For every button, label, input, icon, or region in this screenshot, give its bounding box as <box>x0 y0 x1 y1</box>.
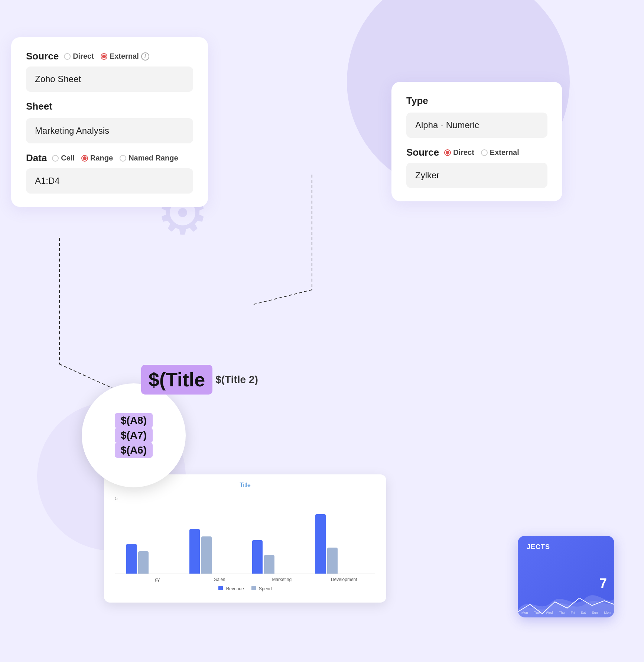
title-formula-small: $(Title 2) <box>215 374 258 386</box>
sheet-value-text: Marketing Analysis <box>35 126 109 136</box>
source-card: Source Direct External i Zoho Sheet Shee… <box>11 37 208 207</box>
source-external-radio[interactable]: External i <box>101 52 149 61</box>
wave-day-6: Sun <box>592 611 598 614</box>
type-direct-label: Direct <box>453 148 474 157</box>
type-external-radio[interactable]: External <box>481 148 519 157</box>
chart-group-3 <box>315 514 375 574</box>
source-external-radio-circle <box>101 53 107 60</box>
chart-area: 5 <box>115 492 375 574</box>
formula-zoom-bubble: $(A8) $(A7) $(A6) <box>82 383 186 487</box>
legend-revenue-text: Revenue <box>226 586 244 591</box>
legend-spend-dot <box>251 586 256 590</box>
type-source-value: Zylker <box>406 163 547 188</box>
formula-item-2: $(A6) <box>115 443 153 458</box>
chart-y-label: 5 <box>115 496 118 501</box>
chart-label-0: gy <box>126 577 189 582</box>
wave-day-5: Sat <box>581 611 586 614</box>
legend-revenue: Revenue <box>218 586 244 591</box>
type-label: Type <box>406 95 547 107</box>
chart-label-2: Marketing <box>251 577 313 582</box>
source-external-label: External <box>110 52 139 61</box>
data-named-range-label: Named Range <box>129 154 178 162</box>
projects-title: JECTS <box>527 543 605 551</box>
chart-title: Title <box>240 482 251 489</box>
data-label-text: Data <box>26 152 47 164</box>
bar-revenue-1 <box>189 529 200 574</box>
source-direct-radio-circle <box>64 53 71 60</box>
info-icon[interactable]: i <box>141 52 149 61</box>
data-value: A1:D4 <box>26 168 193 194</box>
bar-spend-2 <box>264 555 274 574</box>
wave-day-2: Wed <box>546 611 553 614</box>
type-value: Alpha - Numeric <box>406 113 547 138</box>
data-cell-radio-circle <box>52 155 59 162</box>
legend-revenue-dot <box>218 586 223 590</box>
svg-line-3 <box>253 290 312 305</box>
formula-item-0: $(A8) <box>115 413 153 428</box>
bar-spend-3 <box>327 548 338 574</box>
data-named-range-radio[interactable]: Named Range <box>120 154 178 162</box>
source-label-text: Source <box>26 51 59 62</box>
type-source-label-text: Source <box>406 147 439 158</box>
source-field-label: Source Direct External i <box>26 51 193 62</box>
data-radio-group: Cell Range Named Range <box>52 154 178 162</box>
chart-container: Title 5 gy Sales Marketing Development <box>104 474 386 603</box>
wave-day-3: Thu <box>559 611 565 614</box>
type-value-text: Alpha - Numeric <box>415 120 479 130</box>
wave-day-7: Mon <box>604 611 611 614</box>
title-formula-large: $(Title <box>141 365 212 395</box>
type-card: Type Alpha - Numeric Source Direct Exter… <box>391 82 562 201</box>
projects-card: JECTS 7 Mon Tue Wed Thu Fri Sat Sun Mon <box>518 536 614 617</box>
bar-spend-1 <box>201 536 212 574</box>
wave-day-0: Mon <box>521 611 528 614</box>
chart-legend: Revenue Spend <box>115 586 375 591</box>
data-named-range-radio-circle <box>120 155 126 162</box>
zoho-sheet-value: Zoho Sheet <box>26 66 193 92</box>
chart-label-1: Sales <box>189 577 251 582</box>
source-radio-group: Direct External i <box>64 52 149 61</box>
bar-spend-0 <box>138 551 149 574</box>
type-external-label: External <box>490 148 519 157</box>
title-formula-row: $(Title $(Title 2) <box>141 365 258 395</box>
sheet-label: Sheet <box>26 101 193 112</box>
data-range-radio[interactable]: Range <box>81 154 113 162</box>
data-range-radio-circle <box>81 155 88 162</box>
data-field-label: Data Cell Range Named Range <box>26 152 193 164</box>
chart-group-2 <box>252 540 312 574</box>
source-direct-label: Direct <box>73 52 94 61</box>
bar-revenue-2 <box>252 540 263 574</box>
type-source-radio-group: Direct External <box>444 148 519 157</box>
wave-day-1: Tue <box>534 611 540 614</box>
chart-labels: gy Sales Marketing Development <box>115 577 375 582</box>
type-source-label: Source Direct External <box>406 147 547 158</box>
bar-revenue-3 <box>315 514 326 574</box>
projects-wave-labels: Mon Tue Wed Thu Fri Sat Sun Mon <box>521 611 611 614</box>
legend-spend: Spend <box>251 586 272 591</box>
legend-spend-text: Spend <box>259 586 272 591</box>
formula-item-1: $(A7) <box>115 428 153 443</box>
data-range-label: Range <box>90 154 113 162</box>
type-label-text: Type <box>406 95 428 107</box>
chart-group-1 <box>189 529 250 574</box>
wave-day-4: Fri <box>571 611 575 614</box>
sheet-value: Marketing Analysis <box>26 118 193 143</box>
chart-group-0 <box>126 544 186 574</box>
type-external-radio-circle <box>481 149 488 156</box>
type-source-value-text: Zylker <box>415 170 439 180</box>
type-direct-radio-circle <box>444 149 451 156</box>
source-direct-radio[interactable]: Direct <box>64 52 94 61</box>
sheet-label-text: Sheet <box>26 101 52 112</box>
type-direct-radio[interactable]: Direct <box>444 148 474 157</box>
chart-label-3: Development <box>313 577 375 582</box>
zoho-sheet-text: Zoho Sheet <box>35 74 81 84</box>
bar-revenue-0 <box>126 544 137 574</box>
data-cell-radio[interactable]: Cell <box>52 154 75 162</box>
data-cell-label: Cell <box>61 154 75 162</box>
data-value-text: A1:D4 <box>35 176 60 186</box>
title-bubble: $(Title $(Title 2) <box>141 365 258 395</box>
